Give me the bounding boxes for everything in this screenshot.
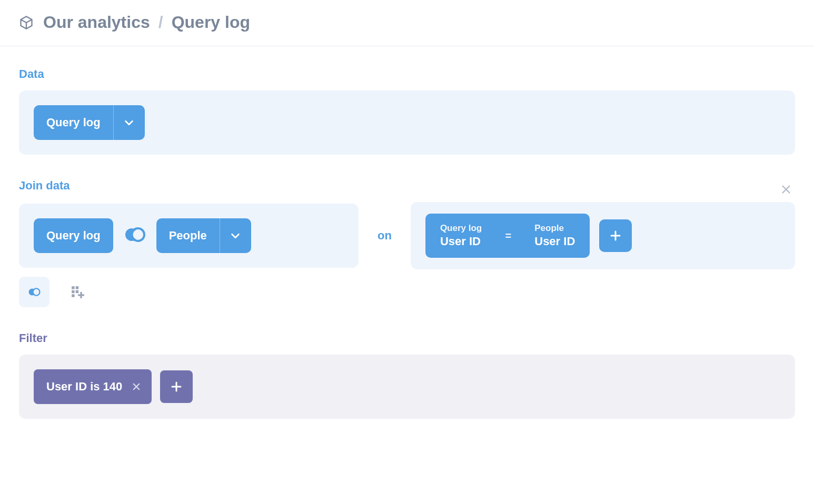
data-source-picker[interactable]: Query log [34, 105, 145, 140]
svg-rect-10 [72, 286, 74, 289]
join-cond-right-column: User ID [534, 235, 575, 248]
join-cond-right-table: People [534, 223, 575, 234]
data-source-label: Query log [34, 116, 113, 129]
section-title-filter: Filter [19, 331, 795, 345]
database-icon [19, 15, 34, 30]
join-type-icon[interactable] [123, 223, 147, 249]
join-on-label: on [372, 229, 397, 243]
breadcrumb-separator: / [158, 13, 163, 32]
join-tables-panel: Query log People [19, 204, 359, 268]
join-right-table-picker[interactable]: People [156, 218, 251, 253]
svg-rect-14 [72, 294, 74, 297]
svg-rect-13 [76, 290, 78, 293]
join-condition-panel: Query log User ID = People User ID [411, 202, 795, 269]
svg-rect-11 [76, 286, 78, 289]
add-join-button[interactable] [19, 277, 49, 307]
join-left-table-label: Query log [46, 229, 101, 243]
breadcrumb-root[interactable]: Our analytics [43, 13, 150, 32]
chevron-down-icon [220, 218, 251, 253]
section-title-join: Join data [19, 179, 70, 193]
join-toolbar [19, 277, 795, 307]
remove-filter-icon[interactable] [132, 382, 141, 391]
chevron-down-icon [113, 105, 145, 140]
data-panel: Query log [19, 90, 795, 155]
join-cond-operator: = [497, 230, 520, 242]
remove-join-button[interactable] [777, 180, 795, 200]
svg-rect-12 [72, 290, 74, 293]
join-row: Query log People on Query log [19, 202, 795, 269]
svg-point-9 [34, 289, 39, 295]
custom-column-button[interactable] [62, 277, 93, 307]
svg-point-4 [133, 230, 143, 240]
filter-item-label: User ID is 140 [46, 380, 122, 394]
breadcrumb-current: Query log [172, 13, 250, 32]
breadcrumb-bar: Our analytics / Query log [0, 0, 814, 46]
join-right-table-label: People [156, 229, 220, 243]
section-title-data: Data [19, 67, 795, 81]
filter-item[interactable]: User ID is 140 [34, 369, 152, 404]
join-cond-left-table: Query log [440, 223, 482, 234]
join-left-table[interactable]: Query log [34, 218, 113, 253]
filter-panel: User ID is 140 [19, 355, 795, 419]
add-filter-button[interactable] [160, 370, 193, 403]
add-join-condition-button[interactable] [599, 219, 632, 252]
join-cond-left-column: User ID [440, 235, 482, 248]
svg-rect-16 [78, 294, 84, 296]
join-condition[interactable]: Query log User ID = People User ID [425, 214, 590, 258]
